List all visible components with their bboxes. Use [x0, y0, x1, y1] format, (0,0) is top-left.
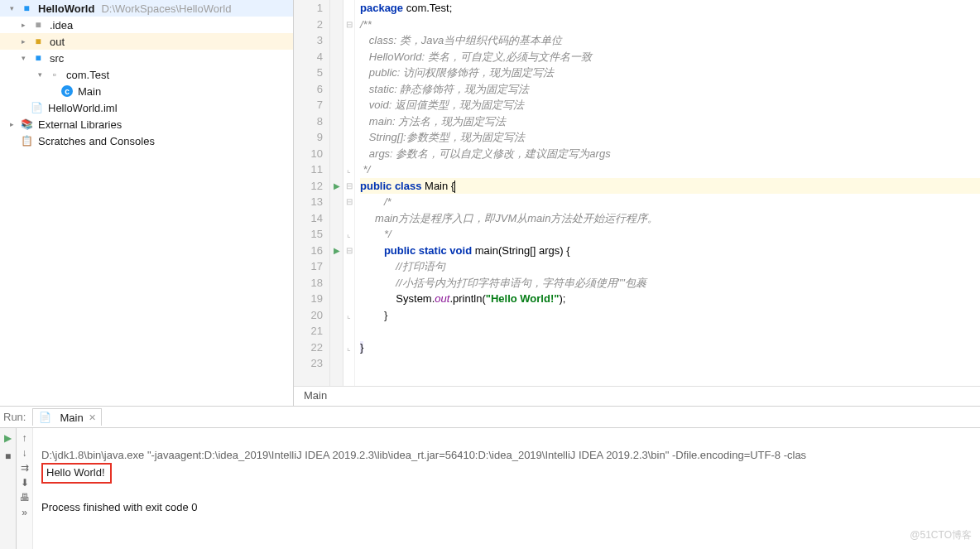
tree-node-idea[interactable]: ▸ ■ .idea — [0, 17, 293, 33]
console-hello-output: Hello World! — [41, 463, 112, 484]
fold-gutter: ⊟⌞⊟⊟⌞⊟⌞⌞ — [343, 0, 355, 386]
chevron-right-icon[interactable]: ▸ — [18, 20, 28, 30]
filter-button[interactable]: ⇉ — [18, 461, 31, 474]
breadcrumb[interactable]: Main — [294, 386, 980, 406]
chevron-right-icon[interactable]: ▸ — [18, 36, 28, 46]
run-line-icon[interactable]: ▶ — [334, 178, 340, 195]
tree-node-out[interactable]: ▸ ■ out — [0, 33, 293, 50]
tree-node-scratches[interactable]: ▸ 📋 Scratches and Consoles — [0, 132, 293, 149]
code-editor[interactable]: 1234567891011121314151617181920212223 ▶▶… — [294, 0, 980, 386]
folder-icon: ■ — [31, 35, 45, 48]
tree-node-ext-libs[interactable]: ▸ 📚 External Libraries — [0, 116, 293, 132]
project-name-label: HelloWorld — [38, 2, 94, 15]
class-icon: c — [61, 85, 73, 97]
run-side-toolbar: ▶ ■ — [0, 428, 17, 549]
run-config-icon: 📄 — [38, 411, 51, 424]
library-icon: 📚 — [20, 118, 33, 131]
more-button[interactable]: » — [18, 506, 31, 519]
tree-node-main-class[interactable]: c Main — [0, 83, 293, 99]
tree-node-package[interactable]: ▾ ▫ com.Test — [0, 66, 293, 83]
tree-node-src[interactable]: ▾ ■ src — [0, 50, 293, 66]
project-tree-panel: ▾ ■ HelloWorld D:\WorkSpaces\HelloWorld … — [0, 0, 294, 406]
code-content[interactable]: package com.Test;/** class: 类，Java当中组织代码… — [355, 0, 980, 386]
chevron-down-icon[interactable]: ▾ — [18, 53, 28, 63]
tree-root[interactable]: ▾ ■ HelloWorld D:\WorkSpaces\HelloWorld — [0, 0, 293, 17]
console-command-line: D:\jdk1.8\bin\java.exe "-javaagent:D:\id… — [41, 449, 806, 461]
export-button[interactable]: ⬇ — [18, 476, 31, 489]
scratch-icon: 📋 — [20, 134, 33, 147]
line-number-gutter: 1234567891011121314151617181920212223 — [294, 0, 330, 386]
project-path-label: D:\WorkSpaces\HelloWorld — [101, 2, 231, 15]
tree-node-iml[interactable]: HelloWorld.iml — [0, 99, 293, 116]
watermark: @51CTO博客 — [910, 528, 972, 542]
editor-panel: 1234567891011121314151617181920212223 ▶▶… — [294, 0, 980, 406]
close-icon[interactable]: ✕ — [89, 412, 96, 423]
run-side-toolbar-2: ↑ ↓ ⇉ ⬇ 🖶 » — [17, 428, 33, 549]
run-line-icon[interactable]: ▶ — [334, 243, 340, 259]
run-gutter: ▶▶ — [330, 0, 343, 386]
chevron-right-icon[interactable]: ▸ — [7, 119, 17, 129]
run-tab-main[interactable]: 📄 Main ✕ — [32, 408, 101, 426]
run-tool-window: Run: 📄 Main ✕ ▶ ■ ↑ ↓ ⇉ ⬇ 🖶 » D:\jdk1.8\… — [0, 407, 980, 549]
console-output[interactable]: D:\jdk1.8\bin\java.exe "-javaagent:D:\id… — [33, 428, 980, 549]
down-button[interactable]: ↓ — [18, 446, 31, 460]
stop-button[interactable]: ■ — [2, 450, 15, 463]
chevron-down-icon[interactable]: ▾ — [35, 70, 45, 79]
console-exit-line: Process finished with exit code 0 — [41, 501, 198, 513]
up-button[interactable]: ↑ — [18, 431, 31, 445]
folder-icon: ■ — [31, 51, 45, 65]
file-icon — [30, 101, 43, 114]
folder-icon: ■ — [31, 18, 45, 31]
project-folder-icon: ■ — [20, 2, 33, 15]
package-icon: ▫ — [48, 68, 61, 81]
chevron-down-icon[interactable]: ▾ — [7, 3, 17, 13]
print-button[interactable]: 🖶 — [18, 491, 31, 504]
rerun-button[interactable]: ▶ — [2, 431, 15, 445]
run-window-title: Run: — [3, 411, 26, 423]
